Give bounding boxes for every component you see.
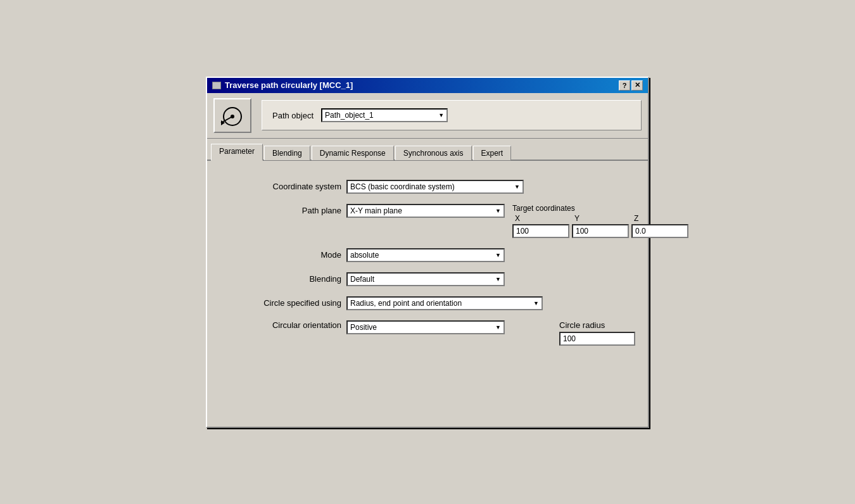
path-area: Path object Path_object_1 ▼ — [262, 100, 642, 130]
circular-orientation-label: Circular orientation — [220, 320, 346, 330]
coordinate-system-arrow: ▼ — [514, 184, 520, 190]
circle-specified-row: Circle specified using Radius, end point… — [220, 296, 635, 310]
title-bar-left: Traverse path circularly [MCC_1] — [212, 80, 353, 90]
circle-radius-section: Circle radius — [559, 320, 635, 346]
z-label: Z — [631, 214, 688, 223]
mode-value: absolute — [350, 251, 379, 260]
blending-select[interactable]: Default ▼ — [346, 272, 505, 286]
coordinate-system-row: Coordinate system BCS (basic coordinate … — [220, 180, 635, 194]
target-coordinates-section: Target coordinates X Y Z — [512, 204, 688, 238]
mode-row: Mode absolute ▼ — [220, 248, 635, 262]
path-plane-arrow: ▼ — [495, 208, 501, 214]
circular-orientation-row: Circular orientation Positive ▼ Circle r… — [220, 320, 635, 346]
tab-expert[interactable]: Expert — [473, 146, 512, 160]
tab-parameter[interactable]: Parameter — [211, 144, 263, 161]
top-area: Path object Path_object_1 ▼ — [207, 93, 648, 139]
mode-select[interactable]: absolute ▼ — [346, 248, 505, 262]
x-col: X — [512, 214, 569, 238]
blending-label: Blending — [220, 274, 346, 284]
path-plane-row: Path plane X-Y main plane ▼ Target coord… — [220, 204, 635, 238]
y-label: Y — [572, 214, 629, 223]
window-icon — [212, 82, 221, 89]
path-plane-label: Path plane — [220, 204, 346, 215]
tool-icon — [218, 103, 246, 128]
blending-arrow: ▼ — [495, 276, 501, 282]
mode-arrow: ▼ — [495, 252, 501, 258]
z-col: Z — [631, 214, 688, 238]
target-coordinates-header: Target coordinates — [512, 204, 688, 213]
blending-value: Default — [350, 275, 374, 284]
coordinate-system-label: Coordinate system — [220, 182, 346, 191]
svg-point-3 — [231, 115, 234, 118]
circle-specified-label: Circle specified using — [220, 298, 346, 308]
x-input[interactable] — [512, 224, 569, 238]
coordinate-system-select[interactable]: BCS (basic coordinate system) ▼ — [346, 180, 524, 194]
x-label: X — [512, 214, 569, 223]
main-dialog: Traverse path circularly [MCC_1] ? ✕ — [206, 77, 649, 428]
tab-blending[interactable]: Blending — [264, 146, 310, 160]
main-content: Coordinate system BCS (basic coordinate … — [207, 161, 648, 427]
circular-orientation-select[interactable]: Positive ▼ — [346, 320, 505, 334]
circular-orientation-value: Positive — [350, 323, 377, 332]
circle-radius-input[interactable] — [559, 332, 635, 346]
z-input[interactable] — [631, 224, 688, 238]
close-button[interactable]: ✕ — [631, 80, 643, 91]
title-bar: Traverse path circularly [MCC_1] ? ✕ — [207, 78, 648, 93]
circle-specified-arrow: ▼ — [533, 300, 539, 306]
circular-orientation-arrow: ▼ — [495, 324, 501, 331]
y-input[interactable] — [572, 224, 629, 238]
path-plane-select[interactable]: X-Y main plane ▼ — [346, 204, 505, 218]
tabs-area: Parameter Blending Dynamic Response Sync… — [207, 139, 648, 161]
path-object-label: Path object — [272, 111, 314, 120]
path-object-value: Path_object_1 — [325, 111, 374, 120]
mode-label: Mode — [220, 250, 346, 260]
blending-row: Blending Default ▼ — [220, 272, 635, 286]
y-col: Y — [572, 214, 629, 238]
circle-specified-select[interactable]: Radius, end point and orientation ▼ — [346, 296, 543, 310]
path-plane-value: X-Y main plane — [350, 206, 402, 215]
circle-radius-label: Circle radius — [559, 320, 605, 330]
dialog-content: Path object Path_object_1 ▼ Parameter Bl… — [207, 93, 648, 427]
help-button[interactable]: ? — [619, 80, 630, 91]
coordinate-system-value: BCS (basic coordinate system) — [350, 182, 455, 191]
path-object-arrow: ▼ — [438, 112, 444, 118]
icon-box — [213, 98, 251, 133]
path-object-select[interactable]: Path_object_1 ▼ — [321, 108, 448, 122]
title-buttons: ? ✕ — [619, 80, 643, 91]
window-title: Traverse path circularly [MCC_1] — [225, 80, 353, 90]
tab-synchronous-axis[interactable]: Synchronous axis — [395, 146, 472, 160]
circle-specified-value: Radius, end point and orientation — [350, 299, 462, 308]
tab-dynamic-response[interactable]: Dynamic Response — [312, 146, 394, 160]
